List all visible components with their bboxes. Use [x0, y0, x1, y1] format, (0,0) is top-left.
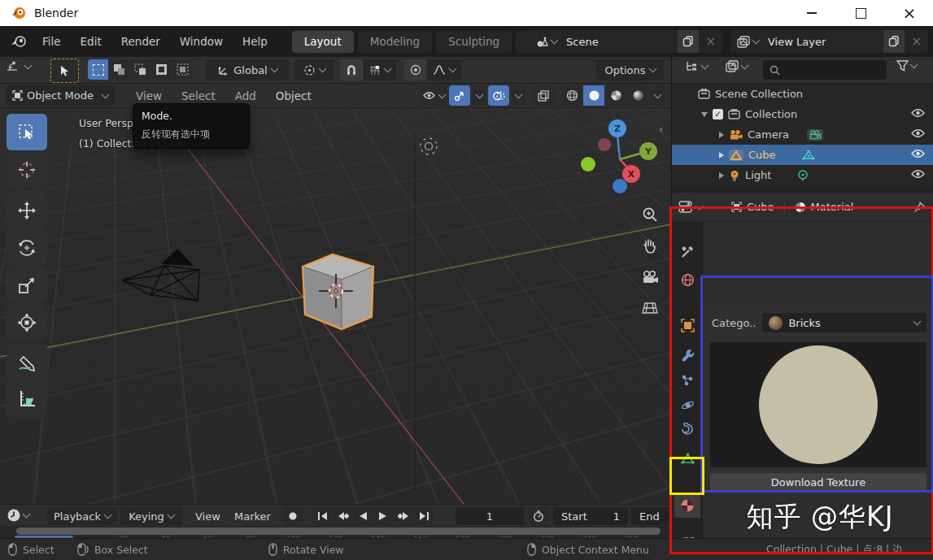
- tab-texture[interactable]: [674, 531, 700, 538]
- editor-divider[interactable]: [671, 57, 672, 538]
- visibility-dropdown[interactable]: [420, 85, 447, 106]
- workspace-tab-modeling[interactable]: Modeling: [358, 31, 432, 53]
- pan-view-button[interactable]: [638, 233, 662, 258]
- category-dropdown[interactable]: Bricks: [762, 313, 926, 332]
- close-button[interactable]: ×: [891, 0, 928, 26]
- viewport-3d[interactable]: Object Mode View Select Add Object: [0, 84, 671, 504]
- disclosure-closed-icon[interactable]: [719, 152, 724, 158]
- tool-measure[interactable]: [7, 380, 47, 417]
- tab-tool[interactable]: [674, 240, 700, 264]
- view-layer-selector[interactable]: View Layer ×: [730, 30, 928, 53]
- workspace-tab-layout[interactable]: Layout: [292, 31, 354, 53]
- shading-rendered-button[interactable]: [627, 85, 648, 106]
- shading-solid-button[interactable]: [583, 85, 604, 106]
- jump-to-start-button[interactable]: [312, 507, 332, 525]
- minimize-button[interactable]: [793, 0, 831, 26]
- overlays-toggle[interactable]: [488, 85, 509, 106]
- sidebar-collapse-arrow[interactable]: ‹: [659, 123, 664, 136]
- editor-type-selector[interactable]: [7, 60, 31, 73]
- timeline-scrollbar[interactable]: [16, 527, 661, 535]
- view-layer-name[interactable]: View Layer: [763, 36, 883, 48]
- end-frame-field[interactable]: End: [631, 507, 671, 525]
- tab-particles[interactable]: [674, 368, 700, 393]
- view-layer-unlink-button[interactable]: ×: [905, 34, 928, 49]
- search-input[interactable]: [785, 63, 878, 77]
- disclosure-closed-icon[interactable]: [719, 132, 724, 138]
- auto-keying-button[interactable]: [283, 507, 303, 525]
- next-keyframe-button[interactable]: [394, 507, 413, 525]
- viewport-menu-select[interactable]: Select: [172, 89, 225, 102]
- keying-dropdown[interactable]: Keying: [120, 507, 182, 525]
- viewport-menu-object[interactable]: Object: [266, 89, 321, 102]
- tab-object-data[interactable]: [674, 446, 700, 471]
- blender-app-menu-icon[interactable]: [10, 34, 28, 49]
- tool-rotate[interactable]: [7, 229, 47, 266]
- shading-wireframe-button[interactable]: [561, 85, 582, 106]
- select-mode-subtract[interactable]: [130, 59, 150, 80]
- camera-view-button[interactable]: [638, 265, 662, 289]
- view-layer-copy-button[interactable]: [883, 30, 905, 53]
- mode-dropdown[interactable]: Object Mode: [6, 85, 115, 106]
- gizmos-toggle[interactable]: [449, 85, 470, 106]
- view-layer-browse-button[interactable]: [730, 36, 763, 48]
- active-tool-button[interactable]: [50, 59, 79, 83]
- properties-editor-type-selector[interactable]: [678, 201, 702, 213]
- hide-toggle[interactable]: [911, 108, 925, 118]
- tool-cursor[interactable]: [7, 151, 47, 188]
- tool-scale[interactable]: [7, 267, 47, 303]
- maximize-button[interactable]: [842, 0, 879, 26]
- xray-toggle[interactable]: [532, 85, 555, 106]
- overlays-dropdown[interactable]: [511, 85, 525, 106]
- timeline-menu-marker[interactable]: Marker: [234, 510, 271, 523]
- outliner-row-scene-collection[interactable]: Scene Collection: [672, 84, 933, 104]
- menu-render[interactable]: Render: [111, 35, 170, 48]
- tool-box-select[interactable]: [7, 114, 47, 150]
- breadcrumb-material[interactable]: Material: [811, 201, 854, 213]
- proportional-falloff-dropdown[interactable]: [427, 59, 461, 80]
- tab-modifiers[interactable]: [674, 342, 700, 367]
- outliner-row-cube-selected[interactable]: Cube: [672, 145, 933, 165]
- scene-selector[interactable]: Scene ×: [529, 30, 722, 53]
- pin-icon[interactable]: [913, 202, 925, 213]
- tool-transform[interactable]: [7, 304, 47, 341]
- tab-world[interactable]: [674, 267, 700, 292]
- menu-file[interactable]: File: [33, 35, 71, 48]
- outliner-row-collection[interactable]: ✓ Collection: [672, 104, 933, 124]
- current-frame-field[interactable]: 1: [456, 507, 524, 525]
- viewport-menu-add[interactable]: Add: [225, 89, 266, 102]
- tab-object[interactable]: [674, 313, 700, 337]
- toggle-ortho-button[interactable]: [638, 296, 662, 320]
- breadcrumb-object[interactable]: Cube: [747, 201, 774, 213]
- snap-toggle[interactable]: [340, 59, 363, 80]
- light-data-icon[interactable]: [797, 170, 809, 181]
- transform-orientation-dropdown[interactable]: Global: [206, 59, 289, 80]
- navigation-gizmo[interactable]: Z Y X: [578, 116, 667, 202]
- hide-toggle[interactable]: [911, 169, 925, 179]
- scene-name[interactable]: Scene: [561, 36, 678, 48]
- select-mode-intersect[interactable]: [172, 59, 193, 80]
- shading-dropdown[interactable]: [650, 85, 665, 106]
- select-mode-set[interactable]: [88, 59, 108, 80]
- scene-unlink-button[interactable]: ×: [699, 34, 722, 49]
- menu-window[interactable]: Window: [170, 35, 233, 48]
- tool-move[interactable]: [7, 192, 47, 228]
- shading-material-button[interactable]: [605, 85, 626, 106]
- hide-toggle[interactable]: [911, 128, 925, 138]
- pivot-point-dropdown[interactable]: [294, 59, 334, 80]
- disclosure-open-icon[interactable]: [701, 112, 708, 117]
- workspace-tab-sculpting[interactable]: Sculpting: [436, 31, 512, 53]
- options-dropdown[interactable]: Options: [596, 59, 664, 80]
- menu-edit[interactable]: Edit: [71, 35, 111, 48]
- jump-to-end-button[interactable]: [414, 507, 434, 525]
- tab-physics[interactable]: [674, 393, 700, 417]
- prev-keyframe-button[interactable]: [333, 507, 352, 525]
- mesh-data-icon[interactable]: [802, 150, 815, 160]
- play-reverse-button[interactable]: [353, 507, 373, 525]
- gizmos-dropdown[interactable]: [472, 85, 486, 106]
- tab-constraints[interactable]: [674, 417, 700, 441]
- timeline-menu-view[interactable]: View: [195, 510, 220, 523]
- texture-preview-box[interactable]: [710, 342, 926, 467]
- proportional-edit-toggle[interactable]: [404, 59, 426, 80]
- play-button[interactable]: [373, 507, 393, 525]
- outliner-search[interactable]: [763, 60, 887, 80]
